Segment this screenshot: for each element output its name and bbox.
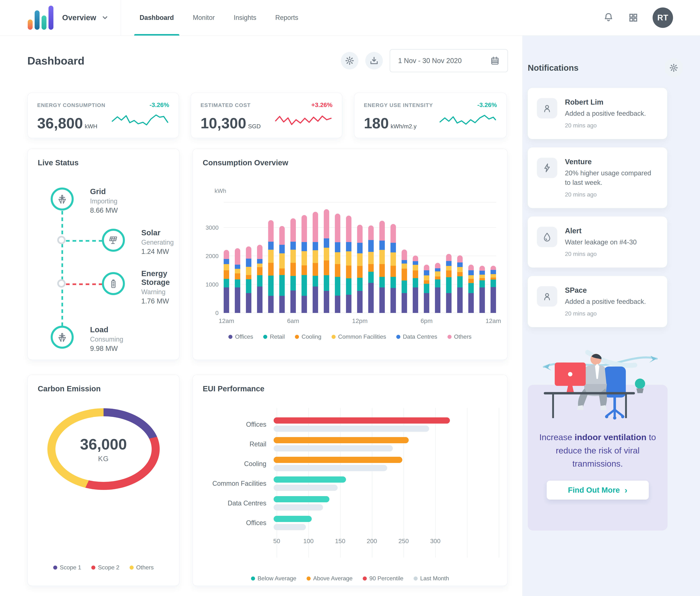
download-report-button[interactable] (365, 52, 383, 70)
date-range-picker[interactable]: 1 Nov - 30 Nov 2020 (390, 49, 508, 72)
legend-item: Offices (228, 333, 253, 340)
top-navigation-bar: Overview Dashboard Monitor Insights Repo… (0, 0, 700, 36)
stacked-bar (368, 225, 374, 313)
bar-segment-offices (491, 287, 496, 313)
tab-insights[interactable]: Insights (224, 0, 266, 35)
bar-segment-retail (324, 275, 329, 291)
bar-segment-offices (446, 293, 452, 313)
legend-dot (414, 576, 418, 580)
legend-item: Scope 2 (91, 564, 119, 571)
bar-segment-cooling (457, 272, 462, 276)
value-bar (274, 457, 402, 463)
legend-item: Above Average (307, 575, 353, 582)
notification-card[interactable]: Venture 20% higher usage compared to las… (528, 147, 667, 208)
kpi-label: ESTIMATED COST (201, 102, 251, 108)
kpi-delta-badge: +3.26% (311, 101, 332, 108)
notification-time: 20 mins ago (565, 251, 637, 257)
bar-segment-cooling (479, 278, 485, 280)
bar-segment-common-facilities (246, 267, 251, 275)
user-avatar[interactable]: RT (653, 7, 673, 28)
carbon-donut-chart: 36,000 KG (47, 408, 160, 490)
notification-title: Alert (565, 227, 637, 235)
junction-dot (57, 236, 66, 244)
notification-icon-box (537, 286, 557, 306)
logo-bar (42, 16, 47, 30)
workspace-switcher[interactable]: Overview (62, 13, 109, 22)
node-name: Energy Storage (141, 269, 170, 287)
notification-card[interactable]: Robert Lim Added a positive feedback. 20… (528, 88, 667, 139)
bar-segment-data-centres (324, 239, 329, 248)
tab-reports[interactable]: Reports (266, 0, 308, 35)
last-month-bar (274, 465, 387, 471)
stacked-bar (224, 250, 229, 313)
bar-segment-retail (257, 275, 262, 287)
notification-message: Water leakage on #4-30 (565, 238, 637, 247)
legend-dot (363, 576, 367, 580)
node-value: 1.24 MW (141, 248, 174, 255)
trend-sparkline (111, 112, 169, 131)
tab-dashboard[interactable]: Dashboard (130, 0, 183, 35)
value-bar (274, 516, 312, 522)
bar-segment-others (468, 265, 474, 270)
load-node[interactable] (51, 326, 74, 349)
grid-node[interactable] (51, 188, 74, 210)
bar-segment-data-centres (402, 260, 407, 264)
flow-line-solar (66, 240, 102, 242)
bar-segment-others (279, 226, 285, 245)
y-tick-label: 0 (215, 310, 219, 316)
bar-segment-common-facilities (268, 250, 274, 263)
legend-item: Cooling (295, 333, 321, 340)
carbon-total-unit: KG (98, 455, 109, 463)
energy-dashboard-app: Overview Dashboard Monitor Insights Repo… (0, 0, 700, 596)
promo-text: Increase indoor ventilation to reduce th… (537, 431, 658, 471)
notification-message: 20% higher usage compared to last week. (565, 168, 658, 188)
kpi-unit: SGD (248, 123, 261, 130)
bar-segment-data-centres (457, 263, 462, 267)
logo-bar (35, 10, 40, 30)
category-label: Offices (203, 519, 266, 527)
bar-pair (274, 437, 409, 451)
notification-settings-button[interactable] (665, 59, 682, 77)
bar-segment-others (324, 209, 329, 239)
bar-segment-others (446, 254, 452, 261)
find-out-more-button[interactable]: Find Out More › (547, 481, 649, 500)
x-tick-label: 12am (219, 317, 234, 324)
bar-segment-common-facilities (424, 275, 429, 280)
eui-bar-chart: OfficesRetailCoolingCommon FacilitiesDat… (203, 404, 496, 545)
notification-icon-box (537, 158, 557, 178)
solar-node[interactable] (102, 229, 125, 252)
live-status-title: Live Status (38, 158, 169, 167)
x-tick-label: 300 (430, 538, 441, 545)
legend-label: Scope 2 (98, 564, 119, 571)
ventilation-illustration (533, 345, 662, 425)
bar-segment-offices (279, 296, 285, 313)
gear-icon (345, 56, 354, 66)
bar-segment-offices (246, 293, 251, 313)
eui-row-cooling: Cooling (203, 454, 496, 474)
consumption-title: Consumption Overview (203, 158, 497, 167)
bar-segment-cooling (312, 263, 318, 276)
bar-segment-data-centres (257, 259, 262, 264)
apps-grid-button[interactable] (628, 13, 639, 23)
bar-segment-retail (391, 277, 396, 288)
notification-card[interactable]: SPace Added a positive feedback. 20 mins… (528, 276, 667, 327)
settings-button[interactable] (341, 52, 358, 70)
stacked-bar (479, 266, 485, 313)
last-month-bar (274, 485, 338, 491)
value-bar (274, 476, 346, 482)
solar-panel-icon (108, 234, 119, 246)
notifications-bell-button[interactable] (603, 12, 614, 23)
notification-card[interactable]: Alert Water leakage on #4-30 20 mins ago (528, 217, 667, 268)
energy-storage-node[interactable] (102, 272, 125, 295)
tab-monitor[interactable]: Monitor (183, 0, 224, 35)
category-label: Data Centres (203, 499, 266, 507)
find-out-more-label: Find Out More (568, 486, 620, 495)
notification-message: Added a positive feedback. (565, 109, 646, 119)
bar-segment-offices (257, 287, 262, 313)
stacked-bar (346, 216, 351, 313)
app-logo-icon[interactable] (28, 6, 53, 30)
bar-segment-offices (468, 293, 474, 313)
bar-segment-cooling (268, 263, 274, 276)
bar-segment-others (235, 248, 240, 265)
stacked-bar (379, 221, 385, 313)
